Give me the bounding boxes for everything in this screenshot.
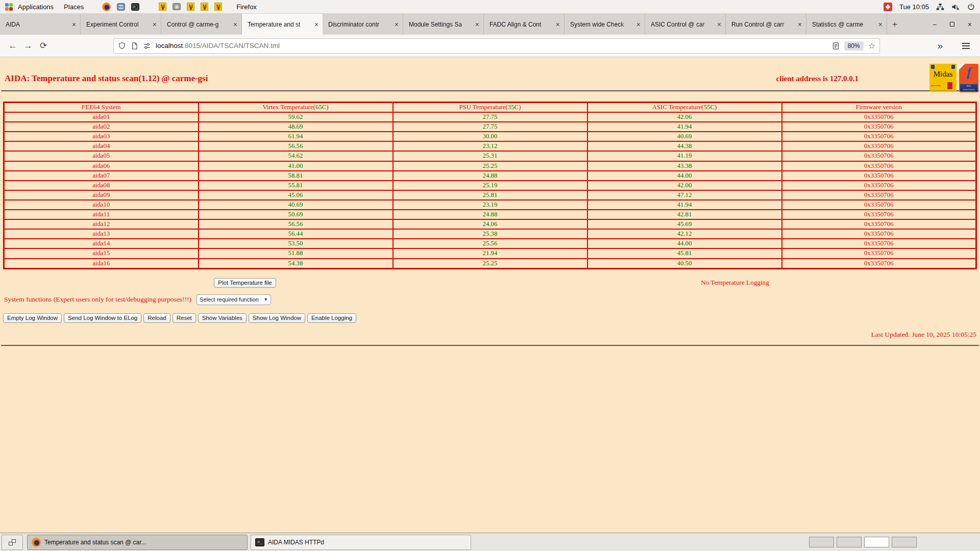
tab-title: AIDA xyxy=(6,21,70,28)
focused-app-menu[interactable]: Firefox xyxy=(231,3,262,11)
tab-close-icon[interactable]: × xyxy=(153,20,157,29)
tab-close-icon[interactable]: × xyxy=(717,20,721,29)
zoom-level-indicator[interactable]: 80% xyxy=(844,41,864,51)
reader-view-icon[interactable] xyxy=(832,42,840,50)
firefox-icon xyxy=(32,538,41,547)
tab-close-icon[interactable]: × xyxy=(314,20,318,29)
cell-firmware: 0x3350706 xyxy=(782,210,976,219)
bookmark-star-icon[interactable]: ☆ xyxy=(868,42,875,50)
cell-virtex-temp: 51.88 xyxy=(199,248,393,258)
tab-title: Experiment Control xyxy=(86,21,151,28)
power-icon[interactable] xyxy=(967,3,975,11)
reload-button[interactable]: Reload xyxy=(143,313,170,323)
table-row: aida1551.8821.9445.810x3350706 xyxy=(4,248,976,258)
enable-logging-button[interactable]: Enable Logging xyxy=(307,313,356,323)
tab-close-icon[interactable]: × xyxy=(72,20,76,29)
taskbar-task[interactable]: Temperature and status scan @ car... xyxy=(27,535,248,550)
tab-5[interactable]: Discriminator contr× xyxy=(323,14,403,35)
tab-close-icon[interactable]: × xyxy=(475,20,479,29)
show-log-window-button[interactable]: Show Log Window xyxy=(249,313,305,323)
cell-virtex-temp: 41.00 xyxy=(199,161,393,171)
notification-icon[interactable] xyxy=(884,3,892,11)
midas-app-icon[interactable]: M xyxy=(159,3,166,11)
cell-asic-temp: 45.69 xyxy=(587,219,782,229)
midas-app-icon[interactable]: M xyxy=(187,3,194,11)
column-header: PSU Temperature(35C) xyxy=(393,103,587,113)
url-bar[interactable]: localhost:8015/AIDA/TSCAN/TSCAN.tml 80% … xyxy=(113,38,880,54)
launcher-icons: >_ M M M M xyxy=(102,3,222,11)
function-select[interactable]: Select required function ▼ xyxy=(197,294,271,305)
cell-firmware: 0x3350706 xyxy=(782,259,976,269)
workspace-3[interactable] xyxy=(864,537,889,547)
midas-app-icon[interactable]: M xyxy=(201,3,208,11)
page-info-icon[interactable] xyxy=(131,42,138,50)
workspace-1[interactable] xyxy=(809,537,834,547)
terminal-launcher-icon[interactable]: >_ xyxy=(131,3,139,11)
applications-menu[interactable]: Applications xyxy=(13,3,59,11)
cell-asic-temp: 42.81 xyxy=(587,210,782,219)
tab-close-icon[interactable]: × xyxy=(233,20,237,29)
tab-close-icon[interactable]: × xyxy=(636,20,641,29)
tab-7[interactable]: FADC Align & Cont× xyxy=(484,14,565,35)
forward-button[interactable]: → xyxy=(20,41,36,51)
table-row: aida0855.8125.1942.000x3350706 xyxy=(4,181,976,190)
tab-close-icon[interactable]: × xyxy=(556,20,560,29)
plot-temperature-file-button[interactable]: Plot Temperature file xyxy=(214,278,276,288)
tcl-powered-logo[interactable]: f TCLPOWERED xyxy=(959,64,978,92)
cell-virtex-temp: 54.62 xyxy=(199,151,393,161)
tab-11[interactable]: Statistics @ carme× xyxy=(806,14,887,35)
tab-3[interactable]: Control @ carme-g× xyxy=(161,14,242,35)
tab-2[interactable]: Experiment Control× xyxy=(81,14,161,35)
back-button[interactable]: ← xyxy=(5,41,20,51)
taskbar-task[interactable]: >_AIDA MIDAS HTTPd xyxy=(251,535,471,550)
workspace-2[interactable] xyxy=(837,537,862,547)
midas-app-icon[interactable]: M xyxy=(214,3,222,11)
column-header: FEE64 System xyxy=(4,103,199,113)
show-desktop-button[interactable] xyxy=(2,535,23,550)
tab-10[interactable]: Run Control @ carr× xyxy=(726,14,806,35)
show-variables-button[interactable]: Show Variables xyxy=(198,313,247,323)
reset-button[interactable]: Reset xyxy=(173,313,196,323)
new-tab-button[interactable]: + xyxy=(887,14,902,35)
app-menu-icon[interactable] xyxy=(962,41,970,51)
empty-log-window-button[interactable]: Empty Log Window xyxy=(3,313,62,323)
tab-4[interactable]: Temperature and st× xyxy=(242,14,323,35)
minimize-button[interactable]: − xyxy=(933,21,937,28)
tab-1[interactable]: AIDA× xyxy=(0,14,81,35)
table-row: aida0159.6227.7542.060x3350706 xyxy=(4,112,976,122)
maximize-button[interactable] xyxy=(950,22,954,27)
tab-close-icon[interactable]: × xyxy=(395,20,399,29)
volume-muted-icon[interactable] xyxy=(951,3,960,11)
workspace-4[interactable] xyxy=(892,537,917,547)
permissions-settings-icon[interactable] xyxy=(143,42,151,50)
midas-logo[interactable]: Midas powered by xyxy=(929,64,957,91)
overflow-menu-icon[interactable]: » xyxy=(937,40,943,52)
tab-9[interactable]: ASIC Control @ car× xyxy=(645,14,726,35)
footer-divider xyxy=(1,345,979,346)
tab-8[interactable]: System wide Check× xyxy=(565,14,645,35)
cell-psu-temp: 24.88 xyxy=(393,210,587,219)
places-menu[interactable]: Places xyxy=(59,3,89,11)
screenshot-app-icon[interactable] xyxy=(173,3,181,10)
reload-button[interactable]: ⟳ xyxy=(36,40,51,51)
table-row: aida1150.6924.8842.810x3350706 xyxy=(4,210,976,219)
cell-asic-temp: 41.94 xyxy=(587,200,782,210)
files-launcher-icon[interactable] xyxy=(117,3,125,11)
firefox-launcher-icon[interactable] xyxy=(102,3,111,11)
tab-close-icon[interactable]: × xyxy=(878,20,883,29)
tab-title: Discriminator contr xyxy=(328,21,393,28)
cell-firmware: 0x3350706 xyxy=(782,229,976,239)
browser-nav-toolbar: ← → ⟳ localhost:8015/AIDA/TSCAN/TSCAN.tm… xyxy=(0,35,980,57)
url-text[interactable]: localhost:8015/AIDA/TSCAN/TSCAN.tml xyxy=(156,42,827,49)
send-log-window-to-elog-button[interactable]: Send Log Window to ELog xyxy=(64,313,141,323)
tab-6[interactable]: Module Settings Sa× xyxy=(403,14,484,35)
clock[interactable]: Tue 10:05 xyxy=(899,3,929,11)
close-window-button[interactable]: × xyxy=(968,21,972,28)
network-icon[interactable] xyxy=(936,3,944,11)
table-row: aida0945.0625.8147.120x3350706 xyxy=(4,190,976,200)
show-desktop-icon xyxy=(9,539,16,545)
tab-close-icon[interactable]: × xyxy=(798,20,802,29)
tab-strip: AIDA×Experiment Control×Control @ carme-… xyxy=(0,14,887,35)
shield-icon[interactable] xyxy=(118,42,126,50)
table-row: aida0361.9430.0040.690x3350706 xyxy=(4,132,976,141)
